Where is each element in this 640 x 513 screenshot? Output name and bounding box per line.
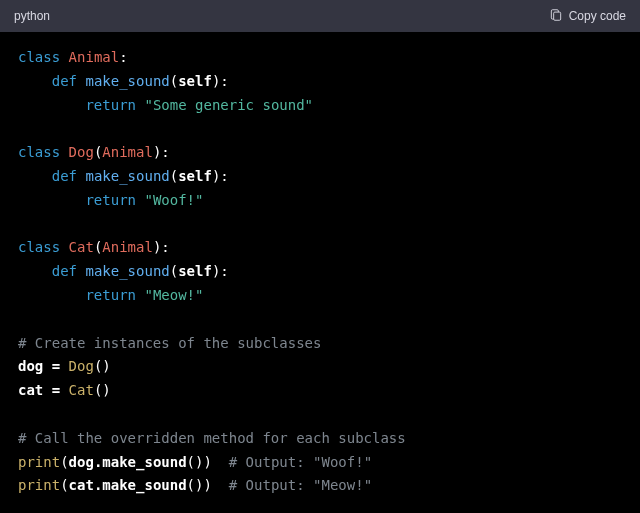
function-name: make_sound	[85, 73, 169, 89]
paren-open: (	[170, 73, 178, 89]
keyword: def	[52, 168, 77, 184]
self-param: self	[178, 73, 212, 89]
paren-close: ):	[212, 168, 229, 184]
keyword: class	[18, 49, 60, 65]
self-param: self	[178, 168, 212, 184]
call: print	[18, 454, 60, 470]
comment: # Call the overridden method for each su…	[18, 430, 406, 446]
svg-rect-0	[553, 12, 560, 20]
variable-decl: dog =	[18, 358, 69, 374]
colon: :	[119, 49, 127, 65]
class-name: Dog	[69, 144, 94, 160]
keyword: return	[85, 287, 136, 303]
copy-code-label: Copy code	[569, 9, 626, 23]
call-parens: ())	[187, 477, 212, 493]
clipboard-icon	[549, 8, 563, 25]
paren-close: ):	[212, 263, 229, 279]
copy-code-button[interactable]: Copy code	[549, 8, 626, 25]
language-label: python	[14, 9, 50, 23]
paren-open: (	[60, 477, 68, 493]
code-content: class Animal: def make_sound(self): retu…	[0, 32, 640, 513]
comment: # Output: "Woof!"	[229, 454, 372, 470]
comment: # Create instances of the subclasses	[18, 335, 321, 351]
call-parens: ()	[94, 358, 111, 374]
paren-open: (	[170, 168, 178, 184]
function-name: make_sound	[85, 168, 169, 184]
class-name: Animal	[69, 49, 120, 65]
class-name: Cat	[69, 239, 94, 255]
keyword: def	[52, 263, 77, 279]
call: Dog	[69, 358, 94, 374]
string-literal: "Woof!"	[144, 192, 203, 208]
base-class: Animal	[102, 239, 153, 255]
string-literal: "Some generic sound"	[144, 97, 313, 113]
keyword: def	[52, 73, 77, 89]
method-access: .make_sound	[94, 454, 187, 470]
paren-open: (	[170, 263, 178, 279]
code-header: python Copy code	[0, 0, 640, 32]
method-access: .make_sound	[94, 477, 187, 493]
call: Cat	[69, 382, 94, 398]
identifier: dog	[69, 454, 94, 470]
call: print	[18, 477, 60, 493]
keyword: return	[85, 192, 136, 208]
comment: # Output: "Meow!"	[229, 477, 372, 493]
function-name: make_sound	[85, 263, 169, 279]
keyword: class	[18, 144, 60, 160]
keyword: return	[85, 97, 136, 113]
self-param: self	[178, 263, 212, 279]
call-parens: ())	[187, 454, 212, 470]
paren-open: (	[60, 454, 68, 470]
keyword: class	[18, 239, 60, 255]
variable-decl: cat =	[18, 382, 69, 398]
string-literal: "Meow!"	[144, 287, 203, 303]
paren-close: ):	[153, 239, 170, 255]
identifier: cat	[69, 477, 94, 493]
base-class: Animal	[102, 144, 153, 160]
code-block: python Copy code class Animal: def make_…	[0, 0, 640, 513]
call-parens: ()	[94, 382, 111, 398]
paren-close: ):	[212, 73, 229, 89]
paren-close: ):	[153, 144, 170, 160]
